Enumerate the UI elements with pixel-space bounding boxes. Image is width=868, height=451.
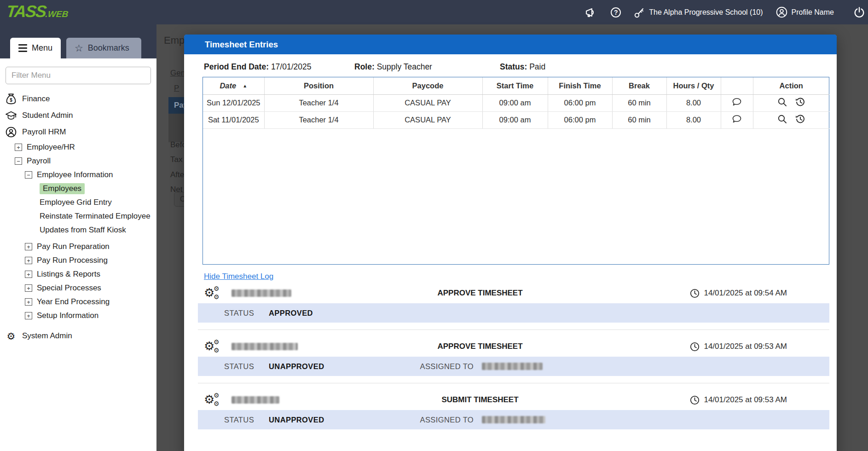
sidebar-item-special-processes[interactable]: + Special Processes <box>0 281 156 295</box>
period-end-date-label: Period End Date: <box>204 62 269 71</box>
tab-bookmarks[interactable]: ☆ Bookmarks <box>66 38 141 58</box>
filter-menu-input[interactable] <box>6 67 151 84</box>
sidebar-item-label: Employee Grid Entry <box>40 198 112 207</box>
clock-icon <box>690 395 700 405</box>
cell-finish-time: 06:00 pm <box>548 111 612 128</box>
history-icon[interactable] <box>795 97 805 107</box>
timesheet-table: Date▲ Position Paycode Start Time Finish… <box>203 77 829 265</box>
expand-plus-icon[interactable]: + <box>25 312 32 319</box>
cell-position: Teacher 1/4 <box>264 94 373 111</box>
log-status-label: STATUS <box>224 416 254 424</box>
log-action-label: APPROVE TIMESHEET <box>397 342 563 351</box>
gear-icon: ⚙ <box>6 331 17 341</box>
column-header-hours-qty[interactable]: Hours / Qty <box>666 77 721 94</box>
sidebar-item-label: Reinstate Terminated Employee <box>40 212 150 221</box>
log-user-name-redacted <box>231 289 291 297</box>
person-circle-icon <box>6 127 17 138</box>
cell-break: 60 min <box>612 111 666 128</box>
sidebar-item-payroll-hrm[interactable]: Payroll HRM <box>0 124 156 140</box>
column-header-position[interactable]: Position <box>264 77 373 94</box>
sidebar-item-label: Pay Run Preparation <box>37 242 110 251</box>
view-details-icon[interactable] <box>777 97 787 107</box>
log-status-label: STATUS <box>224 309 254 318</box>
sidebar-item-employee-hr[interactable]: + Employee/HR <box>0 140 156 154</box>
comment-icon[interactable] <box>732 97 742 107</box>
cell-finish-time: 06:00 pm <box>548 94 612 111</box>
log-action-label: SUBMIT TIMESHEET <box>397 395 563 405</box>
sidebar-item-label: Special Processes <box>37 283 101 293</box>
sidebar-item-label: Employee Information <box>37 170 113 179</box>
tab-menu[interactable]: Menu <box>10 38 61 58</box>
column-header-comment <box>721 77 753 94</box>
sidebar-item-student-admin[interactable]: Student Admin <box>0 107 156 124</box>
top-bar: TASS.WEB ? The Alpha Progressive School … <box>0 0 868 24</box>
timesheet-log: ⚙⚙⚙ APPROVE TIMESHEET 14/01/2025 at 09:5… <box>198 283 829 429</box>
comment-icon[interactable] <box>732 114 742 124</box>
logo-text-web: .WEB <box>45 9 69 19</box>
log-action-label: APPROVE TIMESHEET <box>397 289 563 298</box>
sidebar-item-reinstate-terminated-employee[interactable]: Reinstate Terminated Employee <box>0 209 156 223</box>
expand-plus-icon[interactable]: + <box>25 298 32 306</box>
question-circle-icon: ? <box>611 7 621 17</box>
modal-title: Timesheet Entries <box>205 40 278 50</box>
log-timestamp: 14/01/2025 at 09:53 AM <box>704 342 787 351</box>
cell-date: Sat 11/01/2025 <box>203 111 264 128</box>
background-label-tax: Tax <box>170 155 182 164</box>
cell-paycode: CASUAL PAY <box>373 94 482 111</box>
background-tab-general: Gen <box>170 69 185 78</box>
collapse-minus-icon[interactable]: − <box>25 171 32 179</box>
logo-text-tass: TASS <box>6 2 47 21</box>
table-header-row: Date▲ Position Paycode Start Time Finish… <box>203 77 829 94</box>
view-details-icon[interactable] <box>777 114 787 124</box>
sidebar-item-pay-run-processing[interactable]: + Pay Run Processing <box>0 254 156 267</box>
expand-plus-icon[interactable]: + <box>15 144 22 151</box>
sidebar-item-employee-information[interactable]: − Employee Information <box>0 168 156 182</box>
sidebar-item-employee-grid-entry[interactable]: Employee Grid Entry <box>0 196 156 209</box>
megaphone-icon <box>585 7 598 18</box>
app-window: TASS.WEB ? The Alpha Progressive School … <box>0 0 868 451</box>
column-header-finish-time[interactable]: Finish Time <box>548 77 612 94</box>
cell-hours-qty: 8.00 <box>666 111 721 128</box>
cell-start-time: 09:00 am <box>482 94 548 111</box>
logout-button[interactable] <box>853 6 865 18</box>
column-header-break[interactable]: Break <box>612 77 666 94</box>
timesheet-info-row: Period End Date: 17/01/2025 Role: Supply… <box>204 62 830 72</box>
sidebar-item-listings-reports[interactable]: + Listings & Reports <box>0 267 156 281</box>
expand-plus-icon[interactable]: + <box>25 284 32 292</box>
star-icon: ☆ <box>75 43 83 53</box>
school-switcher[interactable]: The Alpha Progressive School (10) <box>634 6 763 18</box>
profile-menu[interactable]: Profile Name <box>776 6 834 18</box>
expand-plus-icon[interactable]: + <box>25 243 32 250</box>
log-status-bar: STATUS UNAPPROVED ASSIGNED TO <box>198 357 829 376</box>
hide-timesheet-log-link[interactable]: Hide Timesheet Log <box>204 272 273 281</box>
help-button[interactable]: ? <box>611 7 621 17</box>
history-icon[interactable] <box>795 114 805 124</box>
sidebar-item-finance[interactable]: $ Finance <box>0 91 156 107</box>
tass-logo[interactable]: TASS.WEB <box>6 2 69 21</box>
collapse-minus-icon[interactable]: − <box>15 157 22 165</box>
expand-plus-icon[interactable]: + <box>25 257 32 264</box>
column-header-date[interactable]: Date▲ <box>203 77 264 94</box>
workflow-gears-icon: ⚙⚙⚙ <box>204 392 220 408</box>
sidebar-item-year-end-processing[interactable]: + Year End Processing <box>0 295 156 309</box>
clock-icon <box>690 342 700 352</box>
sidebar-item-updates-from-staff-kiosk[interactable]: Updates from Staff Kiosk <box>0 223 156 237</box>
modal-header[interactable]: Timesheet Entries <box>184 35 837 54</box>
column-header-start-time[interactable]: Start Time <box>482 77 548 94</box>
log-status-value: UNAPPROVED <box>269 416 324 424</box>
sidebar-item-setup-information[interactable]: + Setup Information <box>0 309 156 323</box>
sidebar-item-payroll[interactable]: − Payroll <box>0 154 156 168</box>
sidebar-item-employees[interactable]: Employees <box>0 182 156 196</box>
announcements-button[interactable] <box>585 7 598 18</box>
expand-plus-icon[interactable]: + <box>25 271 32 278</box>
table-row[interactable]: Sun 12/01/2025 Teacher 1/4 CASUAL PAY 09… <box>203 94 829 111</box>
tab-menu-label: Menu <box>32 43 52 53</box>
table-row[interactable]: Sat 11/01/2025 Teacher 1/4 CASUAL PAY 09… <box>203 111 829 128</box>
sidebar-item-label: Setup Information <box>37 311 98 320</box>
cell-start-time: 09:00 am <box>482 111 548 128</box>
cell-break: 60 min <box>612 94 666 111</box>
column-header-paycode[interactable]: Paycode <box>373 77 482 94</box>
workflow-gears-icon: ⚙⚙⚙ <box>204 339 220 354</box>
sidebar-item-pay-run-preparation[interactable]: + Pay Run Preparation <box>0 240 156 254</box>
sidebar-item-system-admin[interactable]: ⚙ System Admin <box>0 328 156 344</box>
